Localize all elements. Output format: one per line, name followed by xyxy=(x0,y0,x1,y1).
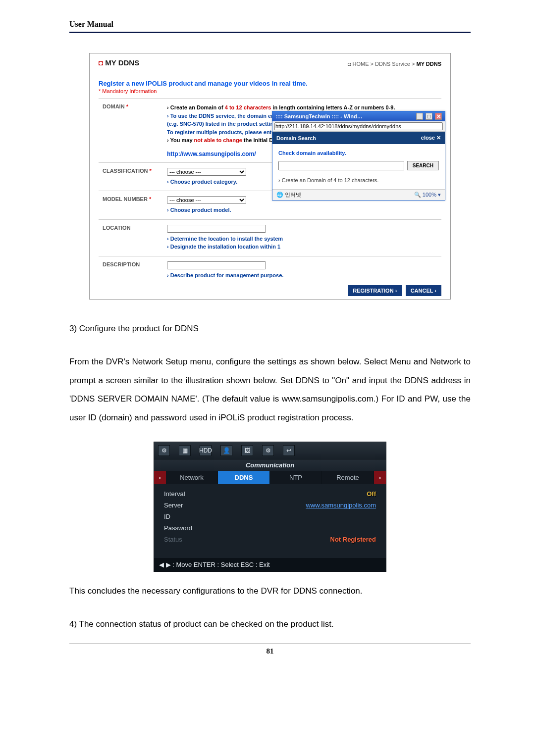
paragraph-2: This concludes the necessary configurati… xyxy=(69,582,471,600)
description-label: DESCRIPTION xyxy=(99,256,163,284)
tab-ntp[interactable]: NTP xyxy=(270,471,322,484)
dvr-id-label: ID xyxy=(164,513,170,520)
location-hint-1: › Determine the location to install the … xyxy=(167,235,437,243)
classification-select[interactable]: --- choose --- xyxy=(167,168,246,176)
description-input[interactable] xyxy=(167,261,266,269)
dvr-row-server: Server www.samsungipolis.com xyxy=(164,500,376,511)
location-hint-2: › Designate the installation location wi… xyxy=(167,243,437,251)
close-icon[interactable]: ✕ xyxy=(435,113,442,120)
user-icon[interactable]: 👤 xyxy=(220,445,232,456)
dvr-screenshot: ⚙ ▦ HDD 👤 🖼 ⚙ ↩ Communication ‹ Network … xyxy=(154,442,386,572)
page-header: User Manual xyxy=(69,20,471,33)
registration-button[interactable]: REGISTRATION › xyxy=(348,285,402,296)
dvr-row-id: ID xyxy=(164,511,376,522)
popup-hint: › Create an Domain of 4 to 12 characters… xyxy=(278,177,439,183)
back-icon[interactable]: ↩ xyxy=(283,445,295,456)
title-bullet-icon: ◘ xyxy=(99,58,103,67)
popup-check-label: Check domain availability. xyxy=(278,150,439,156)
camera-icon[interactable]: 🖼 xyxy=(241,445,253,456)
tabs-left-arrow-icon[interactable]: ‹ xyxy=(154,471,166,484)
domain-label: DOMAIN * xyxy=(99,99,163,163)
dvr-server-label: Server xyxy=(164,502,183,509)
description-hint: › Describe product for management purpos… xyxy=(167,271,437,280)
popup-url-input[interactable] xyxy=(274,122,443,130)
step-3: 3) Configure the product for DDNS xyxy=(69,319,471,338)
cancel-button[interactable]: CANCEL › xyxy=(406,285,441,296)
row-location: LOCATION › Determine the location to ins… xyxy=(99,219,441,256)
popup-address-bar xyxy=(272,121,445,132)
register-headline: Register a new IPOLIS product and manage… xyxy=(99,80,441,87)
location-label: LOCATION xyxy=(99,219,163,256)
dvr-toolbar: ⚙ ▦ HDD 👤 🖼 ⚙ ↩ xyxy=(154,442,386,459)
dvr-row-interval: Interval Off xyxy=(164,488,376,500)
page-number: 81 xyxy=(267,647,274,655)
dvr-server-value[interactable]: www.samsungipolis.com xyxy=(306,502,376,509)
search-button[interactable]: SEARCH xyxy=(407,161,439,170)
mandatory-note: * Mandatory Information xyxy=(99,88,441,94)
dvr-tabs: ‹ Network DDNS NTP Remote › xyxy=(154,471,386,484)
internet-icon: 🌐 xyxy=(276,192,283,198)
myddns-title: ◘ MY DDNS xyxy=(99,58,139,67)
location-input[interactable] xyxy=(167,225,266,233)
popup-status-bar: 🌐 인터넷 🔍 100% ▾ xyxy=(272,189,445,200)
row-description: DESCRIPTION › Describe product for manag… xyxy=(99,256,441,284)
breadcrumb: ◘ HOME > DDNS Service > MY DDNS xyxy=(348,61,441,67)
popup-title: :::: SamsungTechwin :::: - Wind… xyxy=(275,113,363,119)
dvr-interval-label: Interval xyxy=(164,490,185,498)
tab-ddns[interactable]: DDNS xyxy=(218,471,270,484)
model-hint: › Choose product model. xyxy=(167,206,437,214)
model-select[interactable]: --- choose --- xyxy=(167,196,246,204)
domain-search-input[interactable] xyxy=(278,161,404,170)
maximize-icon[interactable]: □ xyxy=(426,113,432,120)
popup-titlebar: :::: SamsungTechwin :::: - Wind… _ □ ✕ xyxy=(272,111,445,121)
tabs-right-arrow-icon[interactable]: › xyxy=(374,471,386,484)
settings-icon[interactable]: ⚙ xyxy=(158,445,170,456)
web-form-screenshot: ◘ MY DDNS ◘ HOME > DDNS Service > MY DDN… xyxy=(89,53,451,300)
display-icon[interactable]: ▦ xyxy=(179,445,191,456)
dvr-interval-value[interactable]: Off xyxy=(367,490,376,498)
minimize-icon[interactable]: _ xyxy=(416,113,423,120)
tab-network[interactable]: Network xyxy=(166,471,218,484)
popup-close-link[interactable]: close ✕ xyxy=(421,135,441,141)
step-4: 4) The connection status of product can … xyxy=(69,615,471,633)
tab-remote[interactable]: Remote xyxy=(322,471,374,484)
popup-section-head: Domain Search close ✕ xyxy=(272,132,445,144)
network-icon[interactable]: ⚙ xyxy=(262,445,274,456)
dvr-row-status: Status Not Registered xyxy=(164,534,376,545)
dvr-row-password: Password xyxy=(164,522,376,534)
dvr-footer-hints: ◀ ▶ : Move ENTER : Select ESC : Exit xyxy=(154,558,386,571)
window-buttons: _ □ ✕ xyxy=(415,113,442,120)
hdd-icon[interactable]: HDD xyxy=(200,445,212,456)
dvr-status-label: Status xyxy=(164,536,182,543)
paragraph-1: From the DVR's Network Setup menu, confi… xyxy=(69,353,471,427)
classification-label: CLASSIFICATION * xyxy=(99,162,163,191)
dvr-status-value: Not Registered xyxy=(330,536,376,543)
popup-status-net: 인터넷 xyxy=(285,192,301,198)
dvr-password-label: Password xyxy=(164,524,192,532)
model-label: MODEL NUMBER * xyxy=(99,191,163,220)
domain-search-popup: :::: SamsungTechwin :::: - Wind… _ □ ✕ D… xyxy=(272,111,445,201)
zoom-indicator[interactable]: 🔍 100% ▾ xyxy=(414,192,441,198)
dvr-section-title: Communication xyxy=(154,459,386,471)
breadcrumb-icon: ◘ xyxy=(348,61,351,67)
